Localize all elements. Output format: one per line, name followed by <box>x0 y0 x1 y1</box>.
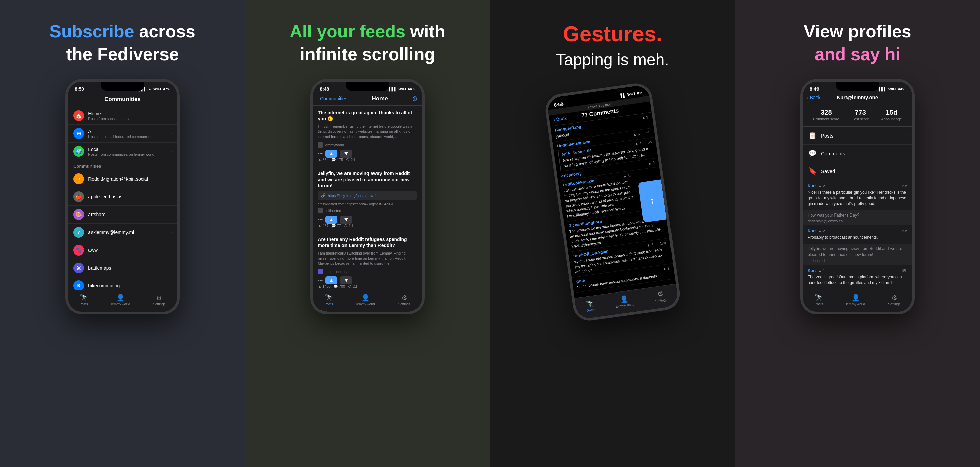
add-button[interactable]: ⊕ <box>412 94 418 103</box>
profile-comment-3[interactable]: Kurt ▲ 1 15h The zoo is great! Ours has … <box>803 265 912 289</box>
post-link[interactable]: 🔗 https://jellyfin.org/posts/new-for... … <box>318 191 417 200</box>
source-icon <box>318 142 323 148</box>
profile-comment-1[interactable]: Kurt ▲ 2 15h Nice! Is there a particular… <box>803 180 912 210</box>
comment-username: Kurt <box>808 184 816 188</box>
comment-score: ▲ 47 <box>623 173 632 179</box>
post-actions: ••• ▲ ▼ <box>318 276 417 284</box>
chevron-right-icon: › <box>905 151 907 156</box>
panel-3-title: Gestures. Tapping is meh. <box>556 20 669 71</box>
tab-profile[interactable]: 👤 lemmy.world <box>614 294 635 308</box>
community-icon-local: 🌍 <box>73 146 84 157</box>
phone-2-notch <box>345 82 389 91</box>
tab-settings[interactable]: ⚙ Settings <box>888 294 900 306</box>
community-icon-home: 🏠 <box>73 110 84 121</box>
comment-text: Nice! Is there a particular gin you like… <box>808 190 907 206</box>
list-item[interactable]: 🍎 apple_enthusiast › <box>68 188 177 206</box>
post-source: lemmyworld <box>318 142 417 148</box>
tab-label: Settings <box>153 302 165 306</box>
panel-2-title-highlight: All your feeds <box>290 22 406 41</box>
tab-posts[interactable]: 🔭 Posts <box>585 299 595 312</box>
tab-label: Settings <box>398 302 410 306</box>
person-icon: 👤 <box>116 294 125 302</box>
feed-post-1[interactable]: The internet is great again, thanks to a… <box>313 106 422 167</box>
stat-comment-score: 328 Comment score <box>813 109 839 121</box>
tab-settings[interactable]: ⚙ Settings <box>654 289 667 303</box>
tab-settings[interactable]: ⚙ Settings <box>398 294 410 306</box>
stat-label: Post score <box>851 117 869 121</box>
post-body: I am theoretically switching over from L… <box>318 251 417 266</box>
list-item[interactable]: 🏠 Home Posts from subscriptions › <box>68 107 177 125</box>
panel-1-title: Subscribe acrossthe Fediverse <box>49 20 196 65</box>
feed-post-2[interactable]: Jellyfin, we are moving away from Reddit… <box>313 167 422 233</box>
chevron-right-icon: › <box>170 176 172 181</box>
downvote-button[interactable]: ▼ <box>340 216 352 224</box>
communities-header: Communities <box>68 93 177 107</box>
panel-2-title: All your feeds withinfinite scrolling <box>290 20 445 65</box>
section-item-comments[interactable]: 💬 Comments › <box>803 145 912 162</box>
upvote-button[interactable]: ▲ <box>325 149 337 158</box>
post-age: ⏱ 2d <box>348 284 356 289</box>
list-item[interactable]: 🎨 artshare › <box>68 206 177 224</box>
list-item[interactable]: ⚔ battlemaps › <box>68 259 177 277</box>
list-item[interactable]: R RedditMigration@kbin.social › <box>68 170 177 188</box>
phone-4: 8:49 ▌▌▌ WiFi 44% ‹ Back Kurt@lemmy.one … <box>800 79 915 315</box>
post-age: ⏱ 2d <box>346 158 355 162</box>
tab-profile[interactable]: 👤 lemmy.world <box>356 294 375 306</box>
time-2: 8:48 <box>320 86 329 92</box>
community-name: Local <box>88 146 166 152</box>
comment-time: 15h <box>901 229 907 233</box>
source-name: nostupidquestions <box>324 270 354 274</box>
link-icon: 🔗 <box>321 193 326 198</box>
section-item-saved[interactable]: 🔖 Saved › <box>803 162 912 180</box>
screen-communities: 8:50 ▌▌▌ ▲ WiFi 47% Communities 🏠 Home P… <box>68 82 177 312</box>
back-link[interactable]: ‹ Back <box>807 95 821 100</box>
list-item[interactable]: ? asklemmy@lemmy.ml › <box>68 224 177 241</box>
stat-label: Comment score <box>813 117 839 121</box>
tab-settings[interactable]: ⚙ Settings <box>153 294 165 306</box>
section-item-posts[interactable]: 📋 Posts › <box>803 127 912 145</box>
tab-label: Posts <box>586 308 595 312</box>
phone-1: 8:50 ▌▌▌ ▲ WiFi 47% Communities 🏠 Home P… <box>65 79 180 315</box>
chevron-right-icon: › <box>170 149 172 154</box>
tab-profile[interactable]: 👤 lemmy.world <box>111 294 130 306</box>
comment-count: 💬 700 <box>333 284 345 289</box>
tab-label: Settings <box>655 297 667 303</box>
more-icon[interactable]: ••• <box>318 151 323 156</box>
list-item[interactable]: 🐾 aww › <box>68 241 177 259</box>
feed-post-3[interactable]: Are there any Reddit refugees spending m… <box>313 232 422 293</box>
profile-comment-2[interactable]: Kurt ▲ 2 15h Probably to broadcast annou… <box>803 225 912 244</box>
tab-posts[interactable]: 🔭 Posts <box>815 294 823 306</box>
chevron-right-icon: › <box>170 230 172 235</box>
comment-username: grue <box>576 278 585 284</box>
downvote-button[interactable]: ▼ <box>340 149 352 158</box>
downvote-button[interactable]: ▼ <box>340 276 352 284</box>
upvote-button[interactable]: ▲ <box>325 276 337 284</box>
panel-3-title-highlight: Gestures. <box>563 22 662 46</box>
back-link[interactable]: ‹ Communities <box>317 96 347 101</box>
list-item[interactable]: ⊕ All Posts across all federated communi… <box>68 125 177 143</box>
community-sub: Posts from subscriptions <box>88 117 166 121</box>
source-icon <box>318 269 323 274</box>
tab-posts[interactable]: 🔭 Posts <box>325 294 333 306</box>
list-item[interactable]: 🌍 Local Posts from communities on lemmy.… <box>68 143 177 160</box>
comment-text: Jellyfin, we are moving away from Reddit… <box>808 246 907 257</box>
community-icon: 🍎 <box>73 191 84 202</box>
upvote-button[interactable]: ▲ <box>325 216 337 224</box>
back-link[interactable]: ‹ Back <box>553 115 567 122</box>
community-name: artshare <box>88 212 166 217</box>
time-4: 8:49 <box>810 86 819 92</box>
post-title: Are there any Reddit refugees spending m… <box>318 237 417 248</box>
tab-posts[interactable]: 🔭 Posts <box>80 294 88 306</box>
tab-profile[interactable]: 👤 lemmy.world <box>846 294 865 306</box>
community-sub: Posts from communities on lemmy.world <box>88 152 166 156</box>
source-icon <box>318 208 323 213</box>
comment-score: ▲ 1 <box>818 268 825 273</box>
telescope-icon: 🔭 <box>815 294 823 302</box>
more-icon[interactable]: ••• <box>318 278 323 283</box>
more-icon[interactable]: ••• <box>318 217 323 222</box>
person-icon: 👤 <box>619 294 629 303</box>
phone-4-notch <box>836 82 880 91</box>
post-body: I'm 32, I remember using the internet be… <box>318 124 417 140</box>
post-title: Jellyfin, we are moving away from Reddit… <box>318 170 417 189</box>
comment-text: How was your Father's Day? <box>808 213 907 218</box>
